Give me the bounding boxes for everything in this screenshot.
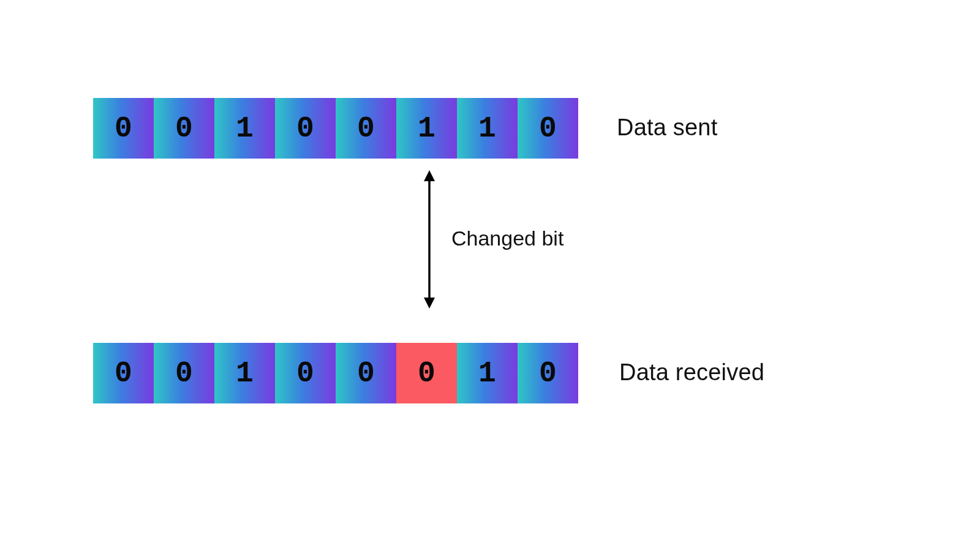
- svg-marker-1: [424, 170, 435, 181]
- bit-cell: 0: [275, 343, 336, 403]
- bit-value: 0: [539, 112, 557, 145]
- bit-cell: 0: [93, 98, 154, 159]
- bit-cell: 0: [154, 343, 214, 403]
- bit-value: 0: [175, 357, 193, 390]
- bit-cell: 0: [154, 98, 214, 159]
- bit-cell: 1: [457, 98, 518, 159]
- double-arrow-icon: [420, 169, 439, 310]
- label-data-sent: Data sent: [617, 114, 717, 141]
- bit-cell: 1: [457, 343, 518, 403]
- bit-cell: 0: [518, 343, 578, 403]
- bit-cell: 0: [336, 343, 396, 403]
- bit-cell: 0: [518, 98, 578, 159]
- bit-value: 1: [236, 112, 254, 145]
- bit-value: 0: [539, 357, 557, 390]
- bit-cell: 0: [275, 98, 336, 159]
- bit-value: 0: [357, 112, 375, 145]
- bit-value: 0: [296, 112, 314, 145]
- bit-value: 0: [296, 357, 314, 390]
- bit-cell-changed: 0: [396, 343, 457, 403]
- bit-value: 0: [357, 357, 375, 390]
- bit-row-sent: 0 0 1 0 0 1 1 0: [93, 98, 578, 159]
- bit-cell: 0: [93, 343, 154, 403]
- bit-value: 1: [478, 357, 496, 390]
- bit-cell: 1: [396, 98, 457, 159]
- bit-value: 0: [418, 357, 435, 390]
- bit-value: 0: [175, 112, 193, 145]
- bit-value: 1: [478, 112, 496, 145]
- bit-cell: 1: [214, 343, 275, 403]
- label-data-received: Data received: [619, 359, 764, 386]
- bit-value: 0: [115, 112, 132, 145]
- svg-marker-2: [424, 298, 435, 309]
- bit-value: 1: [418, 112, 435, 145]
- bit-cell: 0: [336, 98, 396, 159]
- bit-row-received: 0 0 1 0 0 0 1 0: [93, 343, 578, 403]
- bit-cell: 1: [214, 98, 275, 159]
- label-changed-bit: Changed bit: [451, 227, 564, 250]
- bit-value: 0: [115, 357, 132, 390]
- bit-value: 1: [236, 357, 254, 390]
